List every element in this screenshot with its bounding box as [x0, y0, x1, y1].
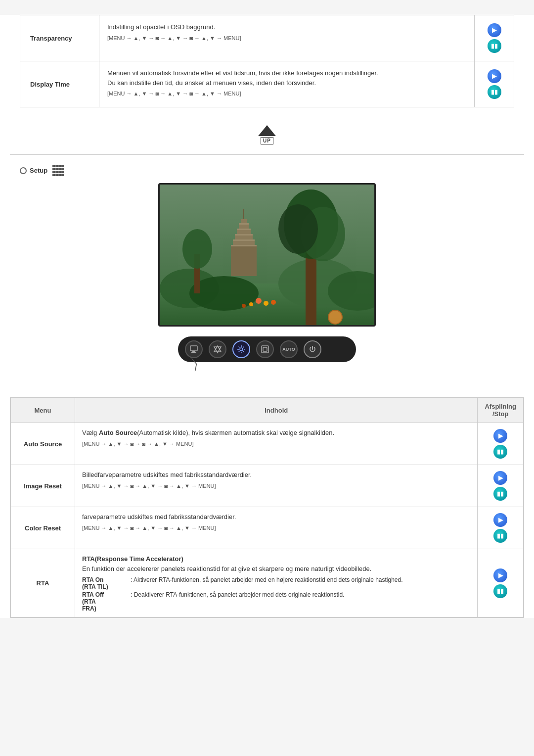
auto-source-actions: ▶ ▮▮	[478, 423, 524, 465]
rta-main-desc: RTA(Response Time Accelerator) En funkti…	[82, 554, 470, 573]
table-row: Auto Source Vælg Auto Source(Automatisk …	[11, 423, 524, 465]
display-time-actions: ▶ ▮▮	[475, 61, 514, 107]
transparency-label: Transparency	[20, 15, 99, 61]
tv-image-container	[158, 183, 376, 327]
menu-enter-icon	[261, 345, 269, 354]
setup-label: Setup	[30, 167, 47, 174]
auto-label: AUTO	[282, 347, 295, 352]
table-row: RTA RTA(Response Time Accelerator) En fu…	[11, 549, 524, 617]
transparency-actions: ▶ ▮▮	[475, 15, 514, 61]
rta-off-label: RTA Off(RTAFRA)	[82, 591, 127, 612]
svg-rect-32	[192, 351, 195, 352]
svg-line-43	[243, 347, 244, 348]
bottom-table: Menu Indhold Afspilning /Stop Auto Sourc…	[10, 397, 524, 617]
svg-rect-12	[235, 234, 253, 236]
brightness-icon	[237, 345, 246, 354]
color-reset-play-btn[interactable]: ▶	[493, 513, 507, 527]
rta-off-value: : Deaktiverer RTA-funktionen, så panelet…	[131, 591, 470, 612]
color-reset-actions: ▶ ▮▮	[478, 507, 524, 549]
auto-source-play-btn[interactable]: ▶	[493, 429, 507, 443]
remote-section: AUTO 〉	[20, 336, 514, 362]
menu-header: Menu	[11, 398, 75, 423]
setup-header: Setup	[20, 165, 514, 176]
color-reset-stop-btn[interactable]: ▮▮	[493, 529, 507, 543]
color-reset-content: farveparametre udskiftes med fabriksstan…	[75, 507, 478, 549]
top-table: Transparency Indstilling af opacitet i O…	[20, 15, 514, 107]
color-reset-desc: farveparametre udskiftes med fabriksstan…	[82, 512, 470, 522]
power-icon	[309, 345, 316, 353]
rta-sub-grid: RTA On(RTA TIL) : Aktiverer RTA-funktion…	[82, 576, 470, 612]
bottom-table-container: Menu Indhold Afspilning /Stop Auto Sourc…	[10, 397, 524, 618]
transparency-play-btn[interactable]: ▶	[488, 23, 501, 37]
remote-btn-bright[interactable]	[232, 340, 250, 358]
color-reset-label: Color Reset	[11, 507, 75, 549]
image-reset-play-btn[interactable]: ▶	[493, 471, 507, 485]
transparency-stop-btn[interactable]: ▮▮	[488, 39, 501, 53]
transparency-menu-path: [MENU → ▲, ▼ → ◙ → ▲, ▼ → ◙ → ▲, ▼ → MEN…	[107, 35, 466, 41]
section-divider	[10, 154, 524, 155]
display-time-label: Display Time	[20, 61, 99, 107]
nav-icon	[213, 345, 222, 354]
image-reset-path: [MENU → ▲, ▼ → ◙ → ▲, ▼ → ◙ → ▲, ▼ → MEN…	[82, 483, 470, 489]
display-time-play-btn[interactable]: ▶	[488, 69, 501, 83]
image-reset-label: Image Reset	[11, 465, 75, 507]
setup-grid-icon	[52, 165, 64, 176]
rta-on-value: : Aktiverer RTA-funktionen, så panelet a…	[131, 576, 470, 590]
tv-screen-inner	[160, 185, 374, 325]
image-reset-actions: ▶ ▮▮	[478, 465, 524, 507]
table-row: Transparency Indstilling af opacitet i O…	[20, 15, 514, 61]
table-row: Color Reset farveparametre udskiftes med…	[11, 507, 524, 549]
svg-rect-13	[235, 236, 253, 239]
svg-rect-46	[263, 347, 267, 351]
auto-source-stop-btn[interactable]: ▮▮	[493, 445, 507, 459]
content-header: Indhold	[75, 398, 478, 423]
svg-point-28	[242, 304, 246, 308]
svg-point-25	[264, 301, 268, 306]
svg-point-23	[182, 229, 212, 269]
svg-rect-7	[241, 219, 247, 223]
svg-rect-15	[233, 241, 255, 245]
remote-btn-menu[interactable]	[256, 340, 274, 358]
display-time-desc: Menuen vil automatisk forsvinde efter et…	[107, 68, 466, 88]
page-wrapper: Transparency Indstilling af opacitet i O…	[0, 15, 534, 618]
auto-source-path: [MENU → ▲, ▼ → ◙ → ◙ → ▲, ▼ → MENU]	[82, 441, 470, 447]
transparency-desc: Indstilling af opacitet i OSD baggrund.	[107, 22, 466, 32]
display-time-stop-btn[interactable]: ▮▮	[488, 85, 501, 99]
rta-stop-btn[interactable]: ▮▮	[493, 584, 507, 598]
auto-source-label: Auto Source	[11, 423, 75, 465]
svg-rect-9	[239, 225, 249, 229]
svg-point-24	[256, 298, 262, 304]
svg-rect-33	[191, 352, 196, 353]
table-header-row: Menu Indhold Afspilning /Stop	[11, 398, 524, 423]
svg-line-42	[243, 351, 244, 352]
up-triangle-icon	[258, 125, 276, 136]
remote-wrapper: AUTO 〉	[178, 336, 356, 362]
svg-rect-17	[231, 246, 257, 276]
svg-point-21	[278, 204, 318, 254]
transparency-content: Indstilling af opacitet i OSD baggrund. …	[99, 15, 475, 61]
rta-on-label: RTA On(RTA TIL)	[82, 576, 127, 590]
svg-rect-31	[190, 346, 197, 351]
image-reset-content: Billedfarveparametre udskiftes med fabri…	[75, 465, 478, 507]
display-time-menu-path: [MENU → ▲, ▼ → ◙ → ▲, ▼ → ◙ → ▲, ▼ → MEN…	[107, 91, 466, 96]
remote-btn-power[interactable]	[304, 340, 321, 358]
tv-screen	[158, 183, 376, 327]
svg-point-36	[240, 348, 243, 351]
remote-btn-nav[interactable]	[209, 340, 226, 358]
image-reset-stop-btn[interactable]: ▮▮	[493, 487, 507, 501]
up-label: UP	[261, 137, 273, 144]
up-arrow: UP	[258, 125, 276, 144]
rta-play-btn[interactable]: ▶	[493, 568, 507, 582]
auto-source-desc: Vælg Auto Source(Automatisk kilde), hvis…	[82, 428, 470, 438]
table-row: Display Time Menuen vil automatisk forsv…	[20, 61, 514, 107]
remote-bar: AUTO	[178, 336, 356, 362]
remote-btn-auto[interactable]: AUTO	[280, 340, 298, 358]
svg-line-41	[239, 347, 240, 348]
up-arrow-section: UP	[0, 117, 534, 149]
svg-rect-8	[239, 223, 249, 225]
svg-rect-10	[237, 229, 251, 230]
tv-scene-svg	[160, 185, 376, 327]
svg-rect-16	[231, 245, 257, 246]
action-header: Afspilning /Stop	[478, 398, 524, 423]
table-row: Image Reset Billedfarveparametre udskift…	[11, 465, 524, 507]
